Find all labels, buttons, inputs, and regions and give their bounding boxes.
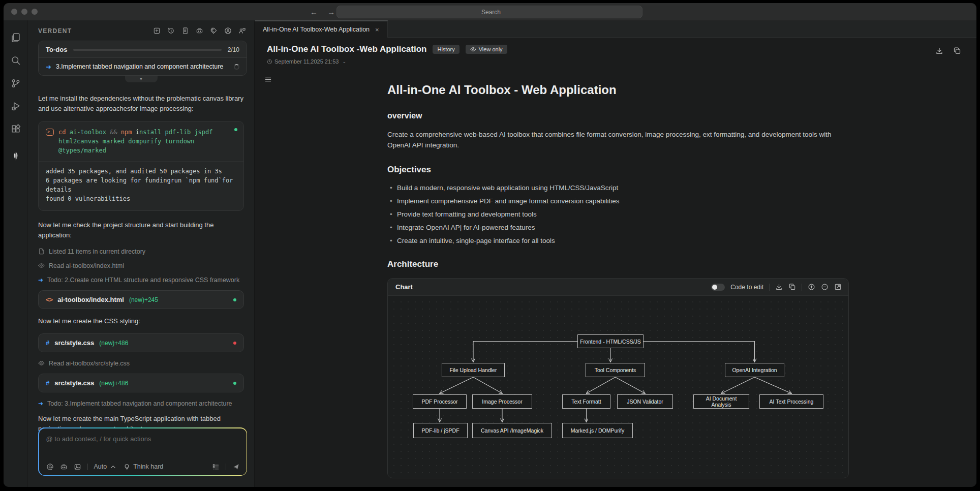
search-input[interactable]: Search bbox=[336, 6, 642, 18]
extensions-icon[interactable] bbox=[11, 124, 21, 134]
current-todo-row[interactable]: ➜ 3.Implement tabbed navigation and comp… bbox=[39, 57, 247, 75]
robot-icon[interactable] bbox=[60, 463, 68, 471]
hash-icon: # bbox=[46, 379, 49, 387]
status-dot bbox=[233, 298, 236, 301]
menu-icon[interactable] bbox=[264, 76, 272, 83]
status-dot bbox=[233, 382, 236, 385]
chevron-up-icon bbox=[109, 463, 117, 471]
tags-icon[interactable] bbox=[210, 27, 218, 35]
flowchart-node-tools[interactable]: Tool Components bbox=[586, 363, 645, 377]
open-external-icon[interactable] bbox=[834, 283, 842, 291]
todo-arrow-icon: ➜ bbox=[38, 276, 43, 285]
flowchart-edge bbox=[587, 377, 616, 393]
mode-selector[interactable]: Auto bbox=[94, 463, 117, 471]
forward-arrow-icon[interactable]: → bbox=[327, 8, 335, 16]
image-icon[interactable] bbox=[74, 463, 81, 471]
robot-icon[interactable] bbox=[196, 27, 203, 35]
flowchart-node-pdflib[interactable]: PDF-lib / jSPDF bbox=[413, 423, 468, 438]
tab-bar: All-in-One AI Toolbox-Web Application × bbox=[255, 20, 976, 38]
tool-step[interactable]: Listed 11 items in current directory bbox=[38, 248, 244, 256]
chevron-down-icon: ⌄ bbox=[342, 59, 346, 64]
file-chip[interactable]: #src/style.css(new)+486 bbox=[38, 374, 244, 392]
flowchart-node-openai[interactable]: OpenAI Integration bbox=[725, 363, 784, 377]
flowchart-node-json[interactable]: JSON Validator bbox=[617, 394, 673, 409]
file-icon bbox=[38, 248, 45, 255]
mode-label: Auto bbox=[94, 463, 107, 470]
zoom-out-icon[interactable] bbox=[821, 283, 829, 291]
flowchart-node-aitext[interactable]: AI Text Processing bbox=[759, 394, 823, 409]
files-icon[interactable] bbox=[11, 33, 21, 43]
flowchart-canvas[interactable]: Frontend - HTML/CSS/JSFile Upload Handle… bbox=[388, 296, 848, 478]
todo-arrow-icon: ➜ bbox=[38, 400, 43, 408]
queue-icon[interactable] bbox=[212, 463, 220, 471]
feedback-icon[interactable] bbox=[238, 27, 246, 35]
download-icon[interactable] bbox=[935, 47, 943, 55]
close-window-button[interactable] bbox=[11, 9, 17, 15]
terminal-output: added 35 packages, and audited 50 packag… bbox=[39, 161, 243, 210]
verdent-logo-icon[interactable] bbox=[11, 151, 21, 161]
flowchart-node-textf[interactable]: Text Formatt bbox=[562, 394, 610, 409]
notes-icon[interactable] bbox=[181, 27, 189, 35]
copy-icon[interactable] bbox=[788, 283, 796, 291]
history-badge[interactable]: History bbox=[433, 45, 459, 54]
panel-title: VERDENT bbox=[38, 27, 72, 35]
tool-step[interactable]: ➜Todo: 2.Create core HTML structure and … bbox=[38, 276, 244, 285]
clock-icon bbox=[267, 59, 272, 65]
think-label: Think hard bbox=[133, 463, 163, 470]
tab-close-icon[interactable]: × bbox=[375, 26, 379, 34]
step-text: Todo: 2.Create core HTML structure and r… bbox=[47, 276, 239, 285]
flowchart-node-canvas[interactable]: Canvas API /ImageMagick bbox=[472, 423, 552, 438]
download-icon[interactable] bbox=[775, 283, 783, 291]
terminal-icon: >_ bbox=[46, 129, 54, 136]
tool-step[interactable]: ➜Todo: 3.Implement tabbed navigation and… bbox=[38, 400, 244, 408]
zoom-window-button[interactable] bbox=[32, 9, 38, 15]
objective-item: Create an intuitive, single-page interfa… bbox=[387, 236, 850, 245]
todos-collapse-button[interactable]: ▼ bbox=[125, 76, 158, 82]
todo-arrow-icon: ➜ bbox=[46, 64, 51, 70]
toolbar-divider bbox=[87, 464, 88, 470]
search-icon[interactable] bbox=[11, 55, 21, 66]
tool-step[interactable]: Read ai-toolbox/index.html bbox=[38, 262, 244, 270]
zoom-in-icon[interactable] bbox=[808, 283, 815, 291]
doc-h1: All-in-One AI Toolbox - Web Application bbox=[387, 83, 850, 97]
objective-item: Implement comprehensive PDF and image fo… bbox=[387, 197, 850, 205]
document-date[interactable]: September 11,2025 21:53 ⌄ bbox=[267, 58, 964, 65]
new-task-icon[interactable] bbox=[153, 27, 161, 35]
flowchart-node-upload[interactable]: File Upload Handler bbox=[442, 363, 505, 377]
at-icon[interactable] bbox=[46, 463, 54, 471]
tab-title: All-in-One AI Toolbox-Web Application bbox=[263, 26, 370, 33]
flowchart-node-frontend[interactable]: Frontend - HTML/CSS/JS bbox=[577, 334, 644, 348]
history-icon[interactable] bbox=[167, 27, 175, 35]
tool-step[interactable]: Read ai-toolbox/src/style.css bbox=[38, 359, 244, 368]
chart-panel: Chart Code to edit bbox=[387, 278, 849, 478]
minimize-window-button[interactable] bbox=[21, 9, 27, 15]
chat-input[interactable]: @ to add context, / for quick actions Au… bbox=[39, 428, 247, 475]
file-chip[interactable]: <>ai-toolbox/index.html(new)+245 bbox=[38, 290, 244, 309]
code-to-edit-label: Code to edit bbox=[730, 284, 763, 291]
document-title: All-in-One AI Toolbox -Web Application bbox=[267, 44, 426, 54]
window-controls bbox=[11, 9, 38, 15]
flowchart-node-aidoc[interactable]: AI Document Analysis bbox=[693, 394, 749, 409]
flowchart-edge bbox=[473, 377, 502, 393]
terminal-block[interactable]: >_cd ai-toolbox && npm install pdf-lib j… bbox=[38, 121, 244, 211]
document-header: All-in-One AI Toolbox -Web Application H… bbox=[255, 38, 976, 65]
flowchart-node-marked[interactable]: Marked.js / DOMPurify bbox=[562, 423, 633, 438]
back-arrow-icon[interactable]: ← bbox=[310, 8, 318, 16]
spinner-icon bbox=[234, 64, 239, 70]
tab-all-in-one-ai-toolbox[interactable]: All-in-One AI Toolbox-Web Application × bbox=[255, 20, 388, 38]
chart-title: Chart bbox=[395, 283, 413, 291]
copy-icon[interactable] bbox=[953, 47, 961, 55]
code-to-edit-toggle[interactable] bbox=[711, 284, 725, 291]
flowchart-node-pdf[interactable]: PDF Processor bbox=[413, 394, 467, 409]
debug-icon[interactable] bbox=[11, 101, 21, 111]
diff-badge: (new)+245 bbox=[129, 296, 158, 303]
file-chip[interactable]: #src/style.css(new)+486 bbox=[38, 333, 244, 352]
current-todo-text: 3.Implement tabbed navigation and compon… bbox=[56, 63, 229, 70]
source-control-icon[interactable] bbox=[11, 78, 21, 88]
diff-badge: (new)+486 bbox=[99, 340, 128, 347]
send-icon[interactable] bbox=[232, 463, 240, 471]
think-hard-toggle[interactable]: Think hard bbox=[123, 463, 163, 471]
account-icon[interactable] bbox=[224, 27, 232, 35]
flowchart-node-img[interactable]: Image Processor bbox=[472, 394, 532, 409]
file-name: ai-toolbox/index.html bbox=[57, 296, 124, 303]
